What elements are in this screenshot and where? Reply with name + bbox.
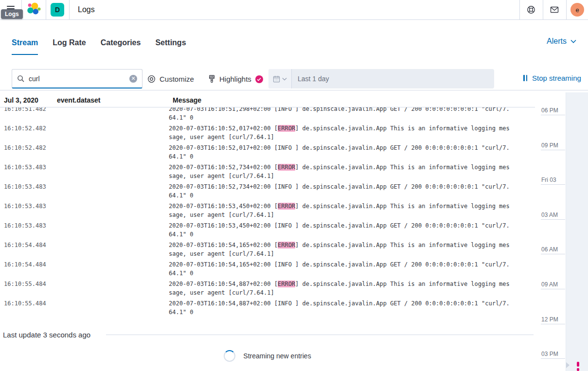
log-message: 2020-07-03T16:10:52,734+02:00 [ERROR] de… <box>169 163 510 180</box>
log-timestamp: 16:10:53.483 <box>4 221 46 230</box>
log-entry[interactable]: 16:10:53.483 2020-07-03T16:10:52,734+02:… <box>0 181 535 201</box>
log-message: 2020-07-03T16:10:53,450+02:00 [INFO ] de… <box>169 221 510 239</box>
log-entry[interactable]: 16:10:52.482 2020-07-03T16:10:52,017+02:… <box>0 142 535 162</box>
time-minimap: 06 PM09 PMFri 0303 AM06 AM09 AM12 PM03 P… <box>535 92 588 371</box>
log-message: 2020-07-03T16:10:54,165+02:00 [INFO ] de… <box>169 260 510 278</box>
tab-log-rate[interactable]: Log Rate <box>53 31 86 55</box>
log-entry[interactable]: 16:10:54.484 2020-07-03T16:10:54,165+02:… <box>0 259 535 279</box>
header-divider <box>69 0 70 19</box>
header-divider <box>566 0 567 19</box>
pause-icon <box>523 75 527 81</box>
customize-button[interactable]: Customize <box>147 74 194 84</box>
minimap-tick-label: 09 PM <box>541 142 558 149</box>
mail-icon <box>550 5 559 15</box>
date-range-value: Last 1 day <box>292 69 329 88</box>
highlighted-term: ERROR <box>278 164 295 171</box>
stop-streaming-label: Stop streaming <box>532 74 581 82</box>
calendar-icon <box>273 75 280 83</box>
minimap-tick-label: 06 PM <box>541 107 558 114</box>
log-list: 16:10:51.482 2020-07-03T16:10:51,298+02:… <box>0 107 535 318</box>
clear-search-button[interactable]: ✕ <box>129 75 137 83</box>
stop-streaming-button[interactable]: Stop streaming <box>523 74 581 82</box>
log-timestamp: 16:10:52.482 <box>4 143 46 152</box>
log-message: 2020-07-03T16:10:52,017+02:00 [INFO ] de… <box>169 143 510 161</box>
quick-select-button[interactable] <box>268 69 292 88</box>
log-timestamp: 16:10:51.482 <box>4 107 46 113</box>
last-update-text: Last update 3 seconds ago <box>3 331 90 339</box>
minimap-tick-line <box>541 115 565 115</box>
alerts-dropdown[interactable]: Alerts <box>547 37 576 46</box>
minimap-tick-line <box>541 289 565 289</box>
log-entry[interactable]: 16:10:55.484 2020-07-03T16:10:54,887+02:… <box>0 279 535 298</box>
user-avatar[interactable]: e <box>570 3 584 17</box>
tab-bar: Stream Log Rate Categories Settings <box>0 31 588 55</box>
log-entry[interactable]: 16:10:55.484 2020-07-03T16:10:54,887+02:… <box>0 298 535 318</box>
minimap-tick-label: 12 PM <box>541 316 558 323</box>
highlights-label: Highlights <box>219 75 251 83</box>
column-header-date: Jul 3, 2020 <box>4 96 38 104</box>
log-message: 2020-07-03T16:10:51,298+02:00 [INFO ] de… <box>169 107 510 122</box>
highlighted-term: ERROR <box>278 242 295 248</box>
date-range-picker[interactable]: Last 1 day <box>268 69 494 88</box>
minimap-tick-line <box>541 324 565 324</box>
minimap-tick-label: 03 PM <box>541 351 558 357</box>
log-entry[interactable]: 16:10:53.483 2020-07-03T16:10:52,734+02:… <box>0 162 535 181</box>
log-entry[interactable]: 16:10:52.482 2020-07-03T16:10:52,017+02:… <box>0 123 535 142</box>
highlighted-term: ERROR <box>278 281 295 287</box>
chevron-down-icon <box>570 39 576 43</box>
log-entry[interactable]: 16:10:53.483 2020-07-03T16:10:53,450+02:… <box>0 201 535 220</box>
minimap-tick-line <box>541 219 565 220</box>
minimap-log-marker <box>577 362 579 367</box>
streaming-status: Streaming new entries <box>0 346 535 366</box>
highlights-active-badge <box>255 75 263 83</box>
log-timestamp: 16:10:53.483 <box>4 182 46 191</box>
minimap-scrubber[interactable] <box>566 92 588 371</box>
minimap-log-marker <box>577 368 579 371</box>
alerts-label: Alerts <box>547 37 567 46</box>
log-timestamp: 16:10:54.484 <box>4 260 46 269</box>
help-button[interactable] <box>519 0 543 19</box>
log-message: 2020-07-03T16:10:54,165+02:00 [ERROR] de… <box>169 241 510 258</box>
log-message: 2020-07-03T16:10:54,887+02:00 [INFO ] de… <box>169 299 510 317</box>
elastic-logo-icon <box>27 2 41 17</box>
minimap-tick-line <box>541 358 565 359</box>
top-header: D Logs e <box>0 0 588 20</box>
elastic-logo[interactable] <box>22 0 46 19</box>
check-icon <box>257 77 261 81</box>
search-input[interactable] <box>29 75 129 83</box>
tab-settings[interactable]: Settings <box>155 31 186 55</box>
log-stream[interactable]: 16:10:51.482 2020-07-03T16:10:51,298+02:… <box>0 107 535 318</box>
space-selector[interactable]: D <box>46 0 69 19</box>
log-entry[interactable]: 16:10:54.484 2020-07-03T16:10:54,165+02:… <box>0 240 535 259</box>
log-timestamp: 16:10:54.484 <box>4 241 46 249</box>
minimap-tick-label: 06 AM <box>541 246 558 253</box>
log-entry[interactable]: 16:10:51.482 2020-07-03T16:10:51,298+02:… <box>0 107 535 123</box>
search-box: ✕ <box>12 69 143 88</box>
customize-label: Customize <box>160 75 194 83</box>
loading-spinner-icon <box>224 350 235 362</box>
log-message: 2020-07-03T16:10:53,450+02:00 [ERROR] de… <box>169 202 510 219</box>
log-message: 2020-07-03T16:10:54,887+02:00 [ERROR] de… <box>169 280 510 297</box>
log-timestamp: 16:10:55.484 <box>4 299 46 308</box>
deployment-badge: D <box>51 3 64 17</box>
search-icon <box>17 75 25 83</box>
log-timestamp: 16:10:55.484 <box>4 280 46 288</box>
tab-stream[interactable]: Stream <box>12 31 38 55</box>
column-header-dataset: event.dataset <box>57 96 100 104</box>
newsfeed-button[interactable] <box>543 0 566 19</box>
minimap-tick-label: Fri 03 <box>541 177 556 183</box>
toolbar: ✕ Customize Highlights <box>0 56 588 90</box>
highlighted-term: ERROR <box>278 125 295 132</box>
minimap-view-indicator <box>566 362 570 368</box>
minimap-tick-label: 03 AM <box>541 212 558 218</box>
log-timestamp: 16:10:52.482 <box>4 124 46 133</box>
log-timestamp: 16:10:53.483 <box>4 163 46 172</box>
highlights-button[interactable]: Highlights <box>208 74 263 84</box>
eye-icon <box>147 75 156 83</box>
highlighted-term: ERROR <box>278 203 295 210</box>
brush-icon <box>208 75 215 83</box>
tab-categories[interactable]: Categories <box>101 31 141 55</box>
chevron-down-icon <box>282 77 287 81</box>
log-entry[interactable]: 16:10:53.483 2020-07-03T16:10:53,450+02:… <box>0 220 535 240</box>
log-message: 2020-07-03T16:10:52,734+02:00 [INFO ] de… <box>169 182 510 200</box>
